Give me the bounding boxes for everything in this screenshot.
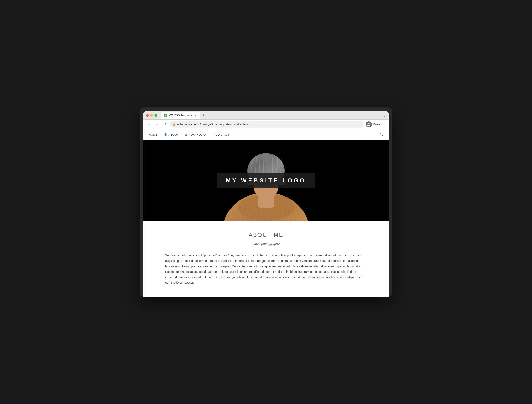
address-bar[interactable]: 🔒 w3schools.com/w3css/tryw3css_templates… [170,121,364,128]
lock-icon: 🔒 [172,123,175,126]
svg-point-15 [261,153,271,161]
traffic-light-yellow[interactable] [150,114,153,117]
grid-icon: ⊞ [185,133,187,136]
hero-logo-text: MY WEBSITE LOGO [226,177,306,184]
nav-portfolio-label: PORTFOLIO [188,133,205,136]
nav-item-about[interactable]: 👤 ABOUT [164,133,179,136]
more-button[interactable]: ⋮ [382,122,386,127]
tab-label: W3.CSS Template [169,114,192,117]
window-controls[interactable]: ⌄ [383,114,386,117]
nav-item-portfolio[interactable]: ⊞ PORTFOLIO [185,133,206,136]
traffic-light-red[interactable] [146,114,149,117]
about-body: We have created a fictional "personal" w… [165,252,367,285]
nav-about-label: ABOUT [168,133,179,136]
tab-bar: w W3.CSS Template × + [161,112,382,119]
website-content: HOME 👤 ABOUT ⊞ PORTFOLIO ✉ CONTACT [143,129,389,296]
hero-logo-bar: MY WEBSITE LOGO [217,173,315,188]
forward-button[interactable]: → [154,121,160,127]
about-subtitle: I love photography [165,242,367,246]
laptop-frame: w W3.CSS Template × + ⌄ ← → ↺ 🔒 w3school… [140,107,392,296]
site-nav-items: HOME 👤 ABOUT ⊞ PORTFOLIO ✉ CONTACT [149,133,379,136]
nav-contact-label: CONTACT [215,133,230,136]
site-nav: HOME 👤 ABOUT ⊞ PORTFOLIO ✉ CONTACT [143,129,389,140]
active-tab[interactable]: w W3.CSS Template × [161,112,200,119]
back-button[interactable]: ← [146,121,152,127]
search-button[interactable] [379,132,383,137]
address-url: w3schools.com/w3css/tryw3css_templates_p… [177,123,248,126]
nav-item-home[interactable]: HOME [149,133,158,136]
envelope-icon: ✉ [212,133,215,136]
about-title: ABOUT ME [165,232,367,238]
tab-close-button[interactable]: × [194,114,197,117]
profile-label: Guest [373,123,381,126]
new-tab-button[interactable]: + [200,113,206,119]
traffic-lights [146,114,157,117]
nav-item-contact[interactable]: ✉ CONTACT [212,133,230,136]
about-section: ABOUT ME I love photography We have crea… [143,221,389,296]
browser-chrome: w W3.CSS Template × + ⌄ ← → ↺ 🔒 w3school… [143,111,389,296]
person-icon: 👤 [164,133,167,136]
profile-area[interactable]: Guest ⋮ [366,121,386,127]
profile-icon [366,121,372,127]
traffic-light-green[interactable] [154,114,157,117]
address-bar-row: ← → ↺ 🔒 w3schools.com/w3css/tryw3css_tem… [143,120,389,129]
title-bar: w W3.CSS Template × + ⌄ [143,111,389,120]
hero-section: MY WEBSITE LOGO [143,140,389,221]
tab-favicon: w [164,114,167,117]
nav-home-label: HOME [149,133,158,136]
reload-button[interactable]: ↺ [162,121,168,127]
